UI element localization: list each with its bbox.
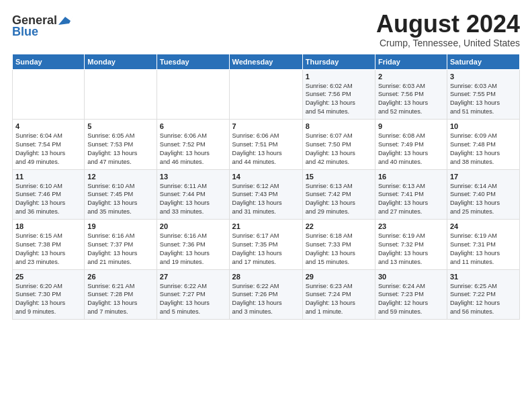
- day-detail: Sunrise: 6:09 AM Sunset: 7:48 PM Dayligh…: [450, 132, 517, 167]
- day-cell: 30Sunrise: 6:24 AM Sunset: 7:23 PM Dayli…: [375, 269, 447, 320]
- page: General Blue August 2024 Crump, Tennesse…: [0, 0, 532, 411]
- day-cell: 12Sunrise: 6:10 AM Sunset: 7:45 PM Dayli…: [85, 169, 157, 220]
- col-header-tuesday: Tuesday: [157, 54, 229, 69]
- day-cell: 3Sunrise: 6:03 AM Sunset: 7:55 PM Daylig…: [447, 69, 519, 120]
- day-number: 15: [306, 173, 372, 181]
- day-detail: Sunrise: 6:19 AM Sunset: 7:32 PM Dayligh…: [378, 232, 444, 267]
- day-cell: 14Sunrise: 6:12 AM Sunset: 7:43 PM Dayli…: [229, 169, 302, 220]
- day-detail: Sunrise: 6:12 AM Sunset: 7:43 PM Dayligh…: [232, 182, 300, 217]
- day-number: 21: [232, 222, 300, 230]
- day-detail: Sunrise: 6:25 AM Sunset: 7:22 PM Dayligh…: [450, 282, 517, 317]
- day-cell: 11Sunrise: 6:10 AM Sunset: 7:46 PM Dayli…: [13, 169, 85, 220]
- day-detail: Sunrise: 6:03 AM Sunset: 7:55 PM Dayligh…: [450, 82, 517, 117]
- day-detail: Sunrise: 6:02 AM Sunset: 7:56 PM Dayligh…: [306, 82, 372, 117]
- day-detail: Sunrise: 6:20 AM Sunset: 7:30 PM Dayligh…: [15, 282, 81, 317]
- day-cell: 13Sunrise: 6:11 AM Sunset: 7:44 PM Dayli…: [157, 169, 229, 220]
- day-cell: 5Sunrise: 6:05 AM Sunset: 7:53 PM Daylig…: [85, 120, 157, 170]
- day-cell: 7Sunrise: 6:06 AM Sunset: 7:51 PM Daylig…: [229, 120, 302, 170]
- day-cell: 2Sunrise: 6:03 AM Sunset: 7:56 PM Daylig…: [375, 69, 447, 120]
- day-number: 25: [15, 273, 81, 281]
- day-cell: [13, 69, 85, 120]
- day-detail: Sunrise: 6:13 AM Sunset: 7:42 PM Dayligh…: [306, 182, 372, 217]
- day-cell: 23Sunrise: 6:19 AM Sunset: 7:32 PM Dayli…: [375, 220, 447, 270]
- week-row-5: 25Sunrise: 6:20 AM Sunset: 7:30 PM Dayli…: [13, 269, 520, 320]
- day-number: 1: [306, 73, 372, 81]
- day-cell: 27Sunrise: 6:22 AM Sunset: 7:27 PM Dayli…: [157, 269, 229, 320]
- day-detail: Sunrise: 6:22 AM Sunset: 7:27 PM Dayligh…: [160, 282, 226, 317]
- day-number: 8: [306, 122, 372, 130]
- day-cell: 1Sunrise: 6:02 AM Sunset: 7:56 PM Daylig…: [302, 69, 375, 120]
- day-number: 12: [87, 173, 154, 181]
- week-row-2: 4Sunrise: 6:04 AM Sunset: 7:54 PM Daylig…: [13, 120, 520, 170]
- day-number: 16: [378, 173, 444, 181]
- day-detail: Sunrise: 6:14 AM Sunset: 7:40 PM Dayligh…: [450, 182, 517, 217]
- day-number: 11: [15, 173, 81, 181]
- header: General Blue August 2024 Crump, Tennesse…: [12, 11, 520, 48]
- day-cell: 22Sunrise: 6:18 AM Sunset: 7:33 PM Dayli…: [302, 220, 375, 270]
- day-detail: Sunrise: 6:22 AM Sunset: 7:26 PM Dayligh…: [232, 282, 300, 317]
- day-number: 27: [160, 273, 226, 281]
- week-row-3: 11Sunrise: 6:10 AM Sunset: 7:46 PM Dayli…: [13, 169, 520, 220]
- logo-bird-icon: [58, 15, 73, 26]
- day-number: 10: [450, 122, 517, 130]
- day-number: 24: [450, 222, 517, 230]
- day-number: 4: [15, 122, 81, 130]
- day-number: 26: [87, 273, 154, 281]
- calendar-table: SundayMondayTuesdayWednesdayThursdayFrid…: [12, 54, 520, 320]
- day-cell: 21Sunrise: 6:17 AM Sunset: 7:35 PM Dayli…: [229, 220, 302, 270]
- day-number: 2: [378, 73, 444, 81]
- day-number: 7: [232, 122, 300, 130]
- week-row-4: 18Sunrise: 6:15 AM Sunset: 7:38 PM Dayli…: [13, 220, 520, 270]
- day-cell: [157, 69, 229, 120]
- day-number: 20: [160, 222, 226, 230]
- day-cell: 15Sunrise: 6:13 AM Sunset: 7:42 PM Dayli…: [302, 169, 375, 220]
- day-cell: [229, 69, 302, 120]
- logo: General Blue: [12, 13, 73, 39]
- day-number: 5: [87, 122, 154, 130]
- day-cell: 8Sunrise: 6:07 AM Sunset: 7:50 PM Daylig…: [302, 120, 375, 170]
- col-header-thursday: Thursday: [302, 54, 375, 69]
- svg-marker-0: [58, 15, 73, 25]
- day-cell: 26Sunrise: 6:21 AM Sunset: 7:28 PM Dayli…: [85, 269, 157, 320]
- day-cell: 19Sunrise: 6:16 AM Sunset: 7:37 PM Dayli…: [85, 220, 157, 270]
- day-detail: Sunrise: 6:18 AM Sunset: 7:33 PM Dayligh…: [306, 232, 372, 267]
- day-number: 22: [306, 222, 372, 230]
- day-number: 29: [306, 273, 372, 281]
- col-header-saturday: Saturday: [447, 54, 519, 69]
- day-cell: 20Sunrise: 6:16 AM Sunset: 7:36 PM Dayli…: [157, 220, 229, 270]
- logo-blue-text: Blue: [12, 25, 38, 39]
- day-number: 30: [378, 273, 444, 281]
- day-detail: Sunrise: 6:06 AM Sunset: 7:52 PM Dayligh…: [160, 132, 226, 167]
- day-number: 6: [160, 122, 226, 130]
- day-cell: 16Sunrise: 6:13 AM Sunset: 7:41 PM Dayli…: [375, 169, 447, 220]
- day-number: 3: [450, 73, 517, 81]
- day-cell: 10Sunrise: 6:09 AM Sunset: 7:48 PM Dayli…: [447, 120, 519, 170]
- day-cell: 28Sunrise: 6:22 AM Sunset: 7:26 PM Dayli…: [229, 269, 302, 320]
- day-cell: 31Sunrise: 6:25 AM Sunset: 7:22 PM Dayli…: [447, 269, 519, 320]
- day-number: 19: [87, 222, 154, 230]
- day-detail: Sunrise: 6:04 AM Sunset: 7:54 PM Dayligh…: [15, 132, 81, 167]
- day-number: 9: [378, 122, 444, 130]
- day-number: 13: [160, 173, 226, 181]
- week-row-1: 1Sunrise: 6:02 AM Sunset: 7:56 PM Daylig…: [13, 69, 520, 120]
- day-detail: Sunrise: 6:19 AM Sunset: 7:31 PM Dayligh…: [450, 232, 517, 267]
- day-detail: Sunrise: 6:21 AM Sunset: 7:28 PM Dayligh…: [87, 282, 154, 317]
- col-header-sunday: Sunday: [13, 54, 85, 69]
- day-cell: 29Sunrise: 6:23 AM Sunset: 7:24 PM Dayli…: [302, 269, 375, 320]
- day-cell: 17Sunrise: 6:14 AM Sunset: 7:40 PM Dayli…: [447, 169, 519, 220]
- col-header-monday: Monday: [85, 54, 157, 69]
- day-number: 31: [450, 273, 517, 281]
- day-cell: 4Sunrise: 6:04 AM Sunset: 7:54 PM Daylig…: [13, 120, 85, 170]
- subtitle: Crump, Tennessee, United States: [376, 38, 520, 48]
- day-cell: 18Sunrise: 6:15 AM Sunset: 7:38 PM Dayli…: [13, 220, 85, 270]
- day-detail: Sunrise: 6:16 AM Sunset: 7:36 PM Dayligh…: [160, 232, 226, 267]
- day-number: 17: [450, 173, 517, 181]
- day-number: 18: [15, 222, 81, 230]
- day-detail: Sunrise: 6:05 AM Sunset: 7:53 PM Dayligh…: [87, 132, 154, 167]
- day-cell: 9Sunrise: 6:08 AM Sunset: 7:49 PM Daylig…: [375, 120, 447, 170]
- day-detail: Sunrise: 6:23 AM Sunset: 7:24 PM Dayligh…: [306, 282, 372, 317]
- main-title: August 2024: [376, 11, 520, 38]
- day-detail: Sunrise: 6:17 AM Sunset: 7:35 PM Dayligh…: [232, 232, 300, 267]
- day-cell: 24Sunrise: 6:19 AM Sunset: 7:31 PM Dayli…: [447, 220, 519, 270]
- day-detail: Sunrise: 6:03 AM Sunset: 7:56 PM Dayligh…: [378, 82, 444, 117]
